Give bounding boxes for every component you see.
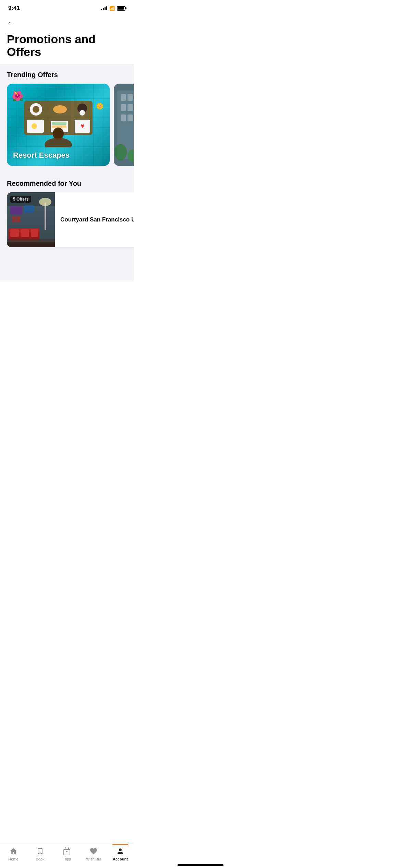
svg-rect-24 — [121, 114, 126, 121]
rec-card-name: Courtyard San Francisco Union Square — [60, 216, 134, 224]
svg-text:♥: ♥ — [81, 122, 85, 130]
hotel-lobby-image: 5 Offers — [7, 192, 55, 247]
svg-point-26 — [114, 144, 127, 160]
offers-badge: 5 Offers — [10, 196, 31, 203]
flower-white-icon: 🌼 — [96, 103, 104, 110]
svg-point-8 — [80, 110, 85, 116]
status-bar: 9:41 📶 — [0, 0, 134, 14]
status-time: 9:41 — [8, 5, 20, 12]
recommended-scroll[interactable]: 5 Offers Courtyard San Francisco Union S… — [0, 192, 134, 254]
person-silhouette — [43, 123, 74, 149]
wifi-icon: 📶 — [109, 6, 115, 11]
recommended-section-title: Recommended for You — [7, 180, 127, 188]
svg-rect-20 — [121, 94, 126, 101]
trending-card-resort-escapes[interactable]: 🌺 🌼 — [7, 84, 110, 166]
svg-point-5 — [33, 106, 39, 113]
svg-rect-23 — [127, 104, 133, 111]
header: ← Promotions and Offers — [0, 14, 134, 64]
svg-point-6 — [53, 105, 67, 113]
pool-image: 🌺 🌼 — [7, 84, 110, 166]
status-icons: 📶 — [101, 6, 125, 11]
partial-card-image — [114, 84, 134, 166]
svg-rect-21 — [127, 94, 133, 101]
svg-rect-25 — [127, 114, 133, 121]
svg-rect-22 — [121, 104, 126, 111]
trending-section: Trending Offers 🌺 🌼 — [0, 64, 134, 173]
main-content: Trending Offers 🌺 🌼 — [0, 64, 134, 281]
svg-point-17 — [45, 138, 72, 147]
signal-icon — [101, 6, 107, 10]
battery-icon — [117, 6, 125, 11]
svg-point-10 — [32, 123, 37, 129]
rec-card-courtyard-sf[interactable]: 5 Offers Courtyard San Francisco Union S… — [7, 192, 134, 247]
card-label-resort: Resort Escapes — [13, 151, 70, 160]
building-svg — [114, 84, 134, 166]
recommended-section: Recommended for You — [0, 173, 134, 254]
page-title: Promotions and Offers — [7, 33, 127, 59]
rec-card-info: Courtyard San Francisco Union Square — [55, 192, 134, 247]
person-svg — [43, 123, 74, 147]
trending-section-title: Trending Offers — [7, 71, 127, 79]
trending-scroll[interactable]: 🌺 🌼 — [0, 84, 134, 173]
rec-card-image: 5 Offers — [7, 192, 55, 247]
back-button[interactable]: ← — [7, 17, 14, 29]
trending-card-partial[interactable] — [114, 84, 134, 166]
